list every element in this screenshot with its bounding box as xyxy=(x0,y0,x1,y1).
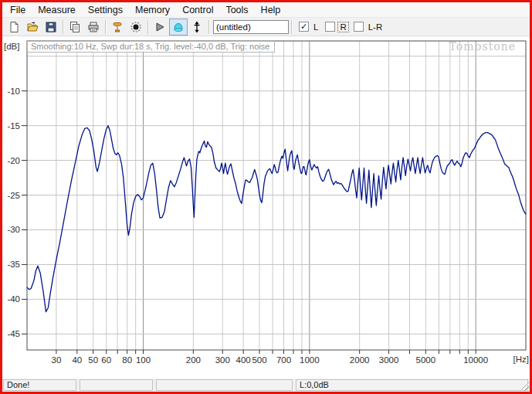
toolbar-separator xyxy=(63,20,63,34)
checkbox-unchecked-icon[interactable] xyxy=(354,22,364,32)
new-document-icon xyxy=(8,21,20,33)
status-message: Done! xyxy=(3,379,76,391)
x-tick-label: 60 xyxy=(101,355,111,365)
menu-item-settings[interactable]: Settings xyxy=(82,3,129,17)
filename-field[interactable] xyxy=(213,20,289,34)
measurement-info-box: Smoothing:10 Hz, Swp dur:18 s, Trig. lev… xyxy=(27,41,275,53)
toolbar-separator xyxy=(291,20,292,34)
play-button[interactable] xyxy=(151,19,169,36)
x-tick-label: 200 xyxy=(186,355,201,365)
channel-checkbox-l-r[interactable]: L-R xyxy=(354,22,385,32)
x-tick-label: 50 xyxy=(88,355,98,365)
status-bar: Done! L:0,0dB xyxy=(2,379,530,392)
x-tick-label: 700 xyxy=(276,355,291,365)
toolbar: ✓LRL-R xyxy=(2,18,530,36)
x-tick-label: 300 xyxy=(215,355,230,365)
x-axis-unit-label: [Hz] xyxy=(513,355,529,364)
copy-button[interactable] xyxy=(66,19,84,36)
menu-item-file[interactable]: File xyxy=(4,3,32,17)
x-tick-label: 40 xyxy=(72,355,82,365)
chart-region: 3040506080100200300400500700100020003000… xyxy=(2,36,530,379)
toolbar-separator xyxy=(105,20,106,34)
save-icon xyxy=(45,21,57,33)
menu-item-help[interactable]: Help xyxy=(255,3,287,17)
y-axis-unit-label: [dB] xyxy=(4,42,19,51)
print-button[interactable] xyxy=(84,19,103,36)
print-icon xyxy=(87,21,100,33)
checkbox-checked-icon[interactable]: ✓ xyxy=(299,22,309,32)
menu-item-tools[interactable]: Tools xyxy=(219,3,254,17)
status-panel-3 xyxy=(156,379,293,391)
toolbar-separator xyxy=(147,20,148,34)
menu-bar: FileMeasureSettingsMemoryControlToolsHel… xyxy=(2,2,530,18)
x-tick-label: 80 xyxy=(122,355,132,365)
record-knob-button[interactable] xyxy=(127,19,145,36)
analyzer-icon xyxy=(172,21,185,33)
x-tick-label: 30 xyxy=(52,355,62,365)
y-tick-label: -15 xyxy=(7,121,20,131)
x-tick-label: 1000 xyxy=(300,355,320,365)
y-tick-label: -25 xyxy=(7,191,20,200)
x-tick-label: 500 xyxy=(252,355,266,365)
y-tick-label: -35 xyxy=(7,260,20,269)
app-window: FileMeasureSettingsMemoryControlToolsHel… xyxy=(0,0,532,394)
channel-checkboxes: ✓LRL-R xyxy=(299,22,384,32)
menu-item-control[interactable]: Control xyxy=(176,3,219,17)
record-knob-icon xyxy=(130,21,142,33)
watermark-text: Tombstone xyxy=(449,40,516,53)
y-tick-label: -40 xyxy=(7,294,20,304)
copy-icon xyxy=(69,21,81,33)
channel-checkbox-r[interactable]: R xyxy=(325,22,347,32)
channel-label: L-R xyxy=(367,22,385,32)
x-tick-label: 3000 xyxy=(379,355,399,365)
open-file-button[interactable] xyxy=(23,19,42,36)
channel-label: L xyxy=(312,22,320,32)
new-document-button[interactable] xyxy=(5,19,23,36)
signal-generator-icon xyxy=(111,21,124,33)
x-tick-label: 400 xyxy=(236,355,251,365)
status-panel-2 xyxy=(80,379,153,391)
fit-vertical-button[interactable] xyxy=(188,19,206,36)
y-tick-label: -20 xyxy=(7,156,20,165)
y-tick-label: -45 xyxy=(7,329,20,338)
x-tick-label: 10000 xyxy=(463,355,488,365)
x-tick-label: 5000 xyxy=(416,355,436,365)
channel-checkbox-l[interactable]: ✓L xyxy=(299,22,320,32)
open-folder-icon xyxy=(26,21,39,33)
play-icon xyxy=(154,21,166,33)
frequency-response-chart[interactable]: 3040506080100200300400500700100020003000… xyxy=(2,36,530,379)
menu-item-measure[interactable]: Measure xyxy=(32,3,82,17)
signal-generator-button[interactable] xyxy=(108,19,127,36)
x-tick-label: 2000 xyxy=(350,355,370,365)
checkbox-unchecked-icon[interactable] xyxy=(325,22,335,32)
menu-item-memory[interactable]: Memory xyxy=(129,3,176,17)
cursor-readout: L:0,0dB xyxy=(296,379,528,391)
x-tick-label: 100 xyxy=(136,355,151,365)
response-curve-l xyxy=(27,126,526,312)
analyzer-button[interactable] xyxy=(169,19,188,36)
toolbar-separator xyxy=(208,20,209,34)
channel-label: R xyxy=(338,22,347,32)
fit-vertical-icon xyxy=(191,21,203,33)
save-button[interactable] xyxy=(42,19,60,36)
y-tick-label: -10 xyxy=(7,87,20,96)
y-tick-label: -30 xyxy=(7,225,20,234)
